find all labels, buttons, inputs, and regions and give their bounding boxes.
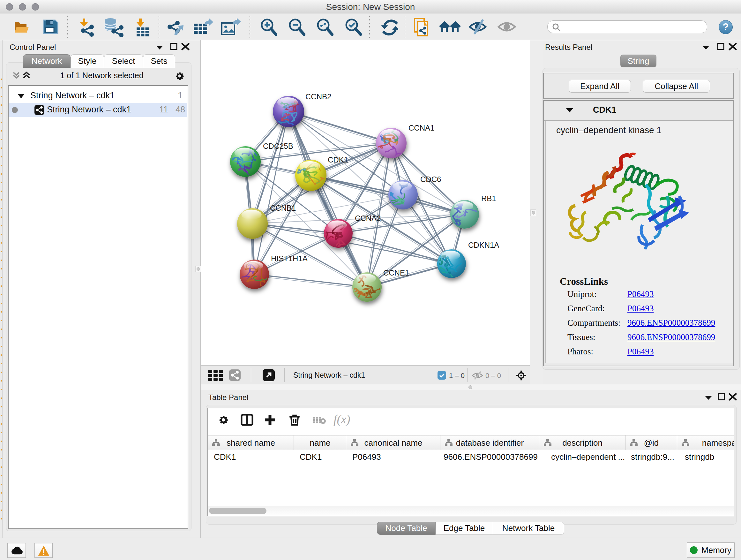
svg-text:HIST1H1A: HIST1H1A xyxy=(271,254,308,263)
svg-text:CDC25B: CDC25B xyxy=(263,142,293,150)
svg-text:CDC6: CDC6 xyxy=(420,175,441,184)
svg-text:CCNA1: CCNA1 xyxy=(408,124,434,132)
svg-text:RB1: RB1 xyxy=(481,194,496,203)
svg-text:CDKN1A: CDKN1A xyxy=(468,241,499,249)
svg-text:CCNB1: CCNB1 xyxy=(270,204,296,212)
svg-text:CCNA2: CCNA2 xyxy=(355,214,381,223)
svg-text:CCNE1: CCNE1 xyxy=(383,268,409,277)
svg-text:CCNB2: CCNB2 xyxy=(306,92,331,101)
svg-text:CDK1: CDK1 xyxy=(328,155,348,164)
